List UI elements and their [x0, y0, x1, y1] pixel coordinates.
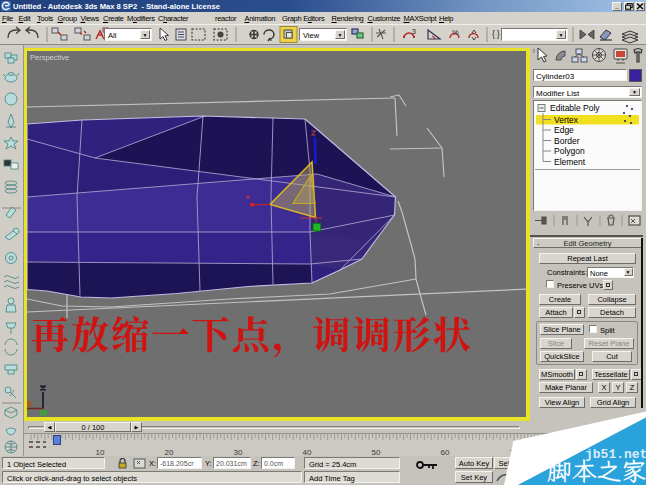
svg-text:3: 3 [412, 28, 416, 35]
svg-text:Element: Element [554, 157, 586, 167]
svg-text:Editable Poly: Editable Poly [550, 103, 600, 113]
svg-text:Polygon: Polygon [554, 146, 585, 156]
svg-text:%: % [452, 28, 459, 37]
svg-text:Perspective: Perspective [30, 53, 69, 62]
svg-text:Vertex: Vertex [554, 115, 579, 125]
svg-text:jb51.net: jb51.net [585, 447, 646, 462]
svg-text:{ }: { } [492, 29, 500, 39]
svg-text:Edge: Edge [554, 125, 574, 135]
svg-text:Border: Border [554, 136, 580, 146]
